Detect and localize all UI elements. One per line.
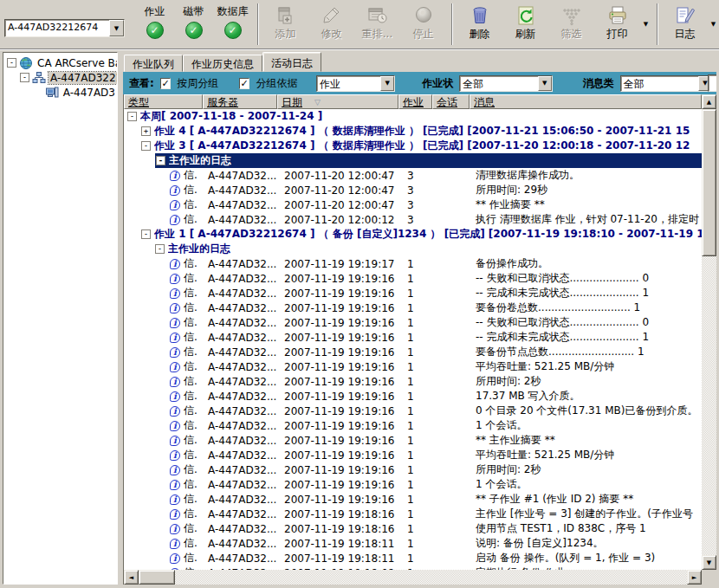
job-row[interactable]: +作业 4 [ A-447AD32212674 ] （ 数据库清理作业 ） [已… <box>124 124 702 139</box>
vertical-scroll-track[interactable] <box>702 256 716 555</box>
toolbar-dropdown-arrow[interactable]: ▼ <box>708 3 719 46</box>
log-row[interactable]: i信.A-447AD32...2007-11-19 19:18:111说明: 备… <box>124 536 702 551</box>
log-row[interactable]: i信.A-447AD32...2007-11-19 19:19:161平均吞吐量… <box>124 448 702 462</box>
scrollbar-corner <box>702 570 716 585</box>
chevron-down-icon[interactable]: ▼ <box>109 20 124 36</box>
toolbar-dropdown-arrow[interactable]: ▼ <box>640 3 651 46</box>
info-icon: i <box>170 288 180 299</box>
filter-icon <box>561 5 582 26</box>
tree-item[interactable]: -CA ARCserve Bac <box>3 55 117 70</box>
停止-button[interactable]: 停止 <box>400 3 446 46</box>
日志-button[interactable]: 日志 <box>662 3 708 46</box>
log-row[interactable]: i信.A-447AD32...2007-11-19 19:19:161-- 完成… <box>124 286 702 300</box>
log-panel: 作业队列作业历史信息活动日志 查看: ✓ 按周分组 ✓ 分组依据 作业 ▼ 作业… <box>123 52 716 585</box>
info-icon: i <box>170 303 180 313</box>
log-session-cell <box>432 521 470 536</box>
group-by-select[interactable]: 作业 ▼ <box>316 75 395 92</box>
filter-extra-control[interactable] <box>708 74 716 92</box>
chevron-down-icon[interactable]: ▼ <box>380 76 394 91</box>
tab-作业历史信息[interactable]: 作业历史信息 <box>183 55 262 72</box>
expander-icon[interactable]: - <box>141 141 151 151</box>
horizontal-scroll-track[interactable] <box>175 570 687 585</box>
log-row[interactable]: i信.A-447AD32...2007-11-19 19:19:161所用时间:… <box>124 374 702 389</box>
修改-button[interactable]: 修改 <box>308 3 354 46</box>
column-header-类型[interactable]: 类型 <box>124 94 203 109</box>
group-row[interactable]: -本周[ 2007-11-18 - 2007-11-24 ] <box>124 109 702 124</box>
筛选-button[interactable]: 筛选 <box>548 3 594 46</box>
vertical-scrollbar[interactable]: ▲ ▼ <box>702 94 716 570</box>
log-row[interactable]: i信.A-447AD32...2007-11-19 19:18:161使用节点 … <box>124 521 702 536</box>
tree-item[interactable]: -A-447AD32212 <box>3 70 117 85</box>
添加-button[interactable]: 添加 <box>262 3 308 46</box>
log-row[interactable]: i信.A-447AD32...2007-11-19 19:19:161-- 完成… <box>124 330 702 345</box>
scroll-down-button[interactable]: ▼ <box>702 555 716 570</box>
expander-icon[interactable]: - <box>127 112 137 121</box>
打印-button[interactable]: 打印 <box>594 3 640 46</box>
column-header-服务器[interactable]: 服务器 <box>203 94 277 109</box>
重排...-button[interactable]: 重排... <box>354 3 400 46</box>
log-job-cell: 1 <box>398 256 432 271</box>
log-date-cell: 2007-11-19 19:19:16 <box>277 433 398 448</box>
log-job-cell: 1 <box>398 448 432 462</box>
section-row[interactable]: -主作业的日志 <box>124 153 702 168</box>
删除-button[interactable]: 删除 <box>457 3 502 46</box>
log-row[interactable]: i信.A-447AD32...2007-11-20 12:00:473清理数据库… <box>124 168 702 183</box>
horizontal-scroll-thumb[interactable] <box>139 570 175 585</box>
log-row[interactable]: i信.A-447AD32...2007-11-19 19:19:1610 个目录… <box>124 404 702 418</box>
log-row[interactable]: i信.A-447AD32...2007-11-19 19:18:111启动 备份… <box>124 551 702 565</box>
tree-item[interactable]: A-447AD3 <box>3 85 117 100</box>
log-row[interactable]: i信.A-447AD32...2007-11-19 19:19:161平均吞吐量… <box>124 359 702 374</box>
column-header-消息[interactable]: 消息 <box>470 94 702 109</box>
column-header-会话[interactable]: 会话 <box>432 94 470 109</box>
log-row[interactable]: i信.A-447AD32...2007-11-19 19:18:161主作业 [… <box>124 507 702 521</box>
vertical-scroll-thumb[interactable] <box>702 109 716 256</box>
job-row[interactable]: -作业 1 [ A-447AD32212674 ] （ 备份 [自定义]1234… <box>124 227 702 242</box>
group-by-checkbox[interactable]: ✓ <box>239 78 250 89</box>
log-type-cell: i信. <box>124 462 203 477</box>
group-by-week-checkbox[interactable]: ✓ <box>160 78 172 89</box>
tab-活动日志[interactable]: 活动日志 <box>262 52 321 72</box>
scroll-left-button[interactable]: ◄ <box>124 570 139 585</box>
expander-icon[interactable]: - <box>141 229 151 239</box>
log-row[interactable]: i信.A-447AD32...2007-11-19 19:19:161-- 失败… <box>124 271 702 286</box>
log-type-cell: i信. <box>124 286 203 300</box>
log-row[interactable]: i信.A-447AD32...2007-11-20 12:00:123执行 清理… <box>124 212 702 227</box>
expander-icon[interactable]: - <box>156 156 165 165</box>
column-header-label: 消息 <box>474 95 495 110</box>
arcserve-manager-window: A-447AD32212674 ▼ 作业✓磁带✓数据库✓ 添加修改重排...停止… <box>0 0 719 587</box>
expander-icon[interactable]: - <box>7 58 16 68</box>
log-row[interactable]: i信.A-447AD32...2007-11-20 12:00:473** 作业… <box>124 197 702 212</box>
log-date-cell: 2007-11-20 12:00:47 <box>277 197 398 212</box>
log-row[interactable]: i信.A-447AD32...2007-11-19 19:19:161-- 失败… <box>124 315 702 330</box>
chevron-down-icon[interactable]: ▼ <box>538 76 552 91</box>
scroll-right-button[interactable]: ► <box>687 570 702 585</box>
log-date-cell: 2007-11-19 19:19:16 <box>277 271 398 286</box>
job-row[interactable]: -作业 3 [ A-447AD32212674 ] （ 数据库清理作业 ） [已… <box>124 139 702 153</box>
log-row[interactable]: i信.A-447AD32...2007-11-19 19:19:161要备份卷总… <box>124 300 702 315</box>
log-row[interactable]: i信.A-447AD32...2007-11-19 19:19:161** 主作… <box>124 433 702 448</box>
view-label: 查看: <box>129 76 154 91</box>
expander-icon[interactable]: - <box>155 244 165 254</box>
expander-icon[interactable]: - <box>20 73 29 82</box>
horizontal-scrollbar[interactable]: ◄ ► <box>124 570 702 585</box>
job-status-select[interactable]: 全部 ▼ <box>459 75 552 92</box>
log-row[interactable]: i信.A-447AD32...2007-11-19 19:19:171备份操作成… <box>124 256 702 271</box>
log-row[interactable]: i信.A-447AD32...2007-11-19 19:19:16117.37… <box>124 389 702 404</box>
log-job-cell: 1 <box>398 271 432 286</box>
scroll-up-button[interactable]: ▲ <box>702 94 716 109</box>
log-date-cell: 2007-11-19 19:19:16 <box>277 286 398 300</box>
column-header-作业[interactable]: 作业 <box>398 94 432 109</box>
log-row[interactable]: i信.A-447AD32...2007-11-19 19:19:1611 个会话… <box>124 418 702 433</box>
expander-icon[interactable]: + <box>141 126 151 136</box>
log-row[interactable]: i信.A-447AD32...2007-11-19 19:19:1611 个会话… <box>124 477 702 492</box>
section-row[interactable]: -主作业的日志 <box>124 242 702 256</box>
tab-作业队列[interactable]: 作业队列 <box>124 55 183 72</box>
log-row[interactable]: i信.A-447AD32...2007-11-19 19:19:161要备份节点… <box>124 345 702 359</box>
log-row[interactable]: i信.A-447AD32...2007-11-20 12:00:473所用时间:… <box>124 183 702 197</box>
log-row[interactable]: i信.A-447AD32...2007-11-19 19:19:161** 子作… <box>124 492 702 507</box>
msg-type-select[interactable]: 全部 ▼ <box>620 75 713 92</box>
刷新-button[interactable]: 刷新 <box>502 3 548 46</box>
column-header-日期[interactable]: 日期▽ <box>277 94 398 109</box>
server-combobox[interactable]: A-447AD32212674 ▼ <box>4 19 125 37</box>
log-row[interactable]: i信.A-447AD32...2007-11-19 19:19:161所用时间:… <box>124 462 702 477</box>
